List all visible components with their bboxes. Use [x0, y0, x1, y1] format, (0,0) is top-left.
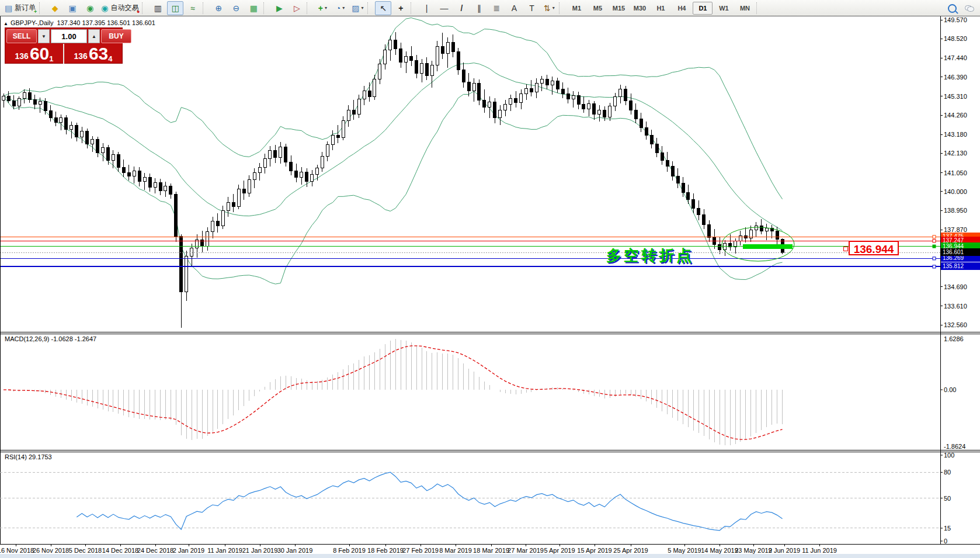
date-axis-label: 5 Apr 2019	[544, 547, 575, 554]
date-axis-label: 15 Apr 2019	[577, 547, 611, 554]
rsi-axis-label: 100	[944, 452, 980, 459]
equidistant-channel-button[interactable]: ∥	[471, 1, 487, 15]
date-axis-label: 23 May 2019	[735, 547, 772, 554]
rsi-axis-label: 0	[944, 538, 980, 545]
line-handle[interactable]	[933, 235, 936, 238]
date-axis-label: 14 Dec 2018	[102, 547, 138, 554]
support-bar-annotation[interactable]	[743, 244, 793, 249]
date-axis-label: 24 Dec 2018	[137, 547, 173, 554]
timeframe-w1[interactable]: W1	[714, 2, 734, 15]
timeframe-m15[interactable]: M15	[609, 2, 628, 15]
line-handle[interactable]	[933, 245, 936, 248]
periods-button[interactable]: ◔▾	[332, 1, 348, 15]
zoom-out-button[interactable]: ⊖	[228, 1, 244, 15]
date-axis-label: 25 Apr 2019	[613, 547, 648, 554]
date-axis-label: 8 Mar 2019	[439, 547, 472, 554]
search-icon[interactable]	[948, 4, 957, 13]
rsi-indicator-label: RSI(14) 29.1753	[5, 453, 52, 460]
candlestick-chart-button[interactable]: ◫	[167, 1, 183, 15]
crosshair-button[interactable]: +	[392, 1, 409, 15]
new-chart-icon[interactable]: ◆	[47, 1, 63, 15]
cursor-button[interactable]: ↖	[375, 1, 391, 15]
trendline-button[interactable]: /	[453, 1, 470, 15]
price-axis-label: 140.000	[944, 188, 980, 195]
toolbar-separator	[39, 2, 44, 14]
buy-price[interactable]: 136634	[64, 44, 122, 64]
date-axis-label: 11 Jan 2019	[207, 547, 242, 554]
date-axis-label: 27 Mar 2019	[508, 547, 544, 554]
price-axis-label: 148.520	[944, 35, 980, 42]
price-axis-label: 146.390	[944, 74, 980, 81]
date-axis-label: 2 Jun 2019	[769, 547, 800, 554]
timeframe-m1[interactable]: M1	[567, 2, 586, 15]
timeframe-m30[interactable]: M30	[630, 2, 649, 15]
price-axis-label: 149.570	[944, 16, 980, 23]
toolbar-separator	[411, 2, 415, 14]
buy-button[interactable]: BUY	[101, 29, 131, 43]
rsi-axis-label: 80	[944, 469, 980, 476]
timeframe-d1[interactable]: D1	[693, 2, 713, 15]
auto-scroll-button[interactable]: ▶	[271, 1, 287, 15]
chart-shift-button[interactable]: ▷	[289, 1, 305, 15]
date-axis-label: 18 Feb 2019	[367, 547, 404, 554]
price-axis-label: 134.690	[944, 283, 980, 290]
price-tag-handle[interactable]	[843, 247, 848, 251]
volume-decrease-button[interactable]: ▼	[38, 29, 50, 43]
arrows-button[interactable]: ⇅▾	[541, 1, 557, 15]
timeframe-h4[interactable]: H4	[672, 2, 691, 15]
chat-icon[interactable]	[965, 5, 974, 12]
horizontal-line-button[interactable]: —	[436, 1, 452, 15]
line-chart-button[interactable]: ≈	[185, 1, 201, 15]
symbol-period-label: GBPJPY-,Daily	[11, 19, 54, 26]
date-axis-label: 18 Mar 2019	[473, 547, 509, 554]
toolbar-separator	[142, 2, 147, 14]
sell-price[interactable]: 136601	[5, 44, 63, 64]
templates-button[interactable]: ▨▾	[349, 1, 366, 15]
toolbar-separator	[367, 2, 372, 14]
date-axis-label: 14 May 2019	[701, 547, 738, 554]
profiles-icon[interactable]: ▣	[64, 1, 81, 15]
volume-increase-button[interactable]: ▲	[88, 29, 100, 43]
status-strip	[0, 554, 980, 558]
price-chart[interactable]	[0, 16, 980, 554]
timeframe-m5[interactable]: M5	[588, 2, 607, 15]
line-handle[interactable]	[933, 257, 936, 260]
toolbar-separator	[203, 2, 207, 14]
date-axis-label: 30 Jan 2019	[277, 547, 313, 554]
timeframe-h1[interactable]: H1	[651, 2, 670, 15]
toolbar-separator	[307, 2, 311, 14]
line-handle[interactable]	[933, 240, 936, 242]
turning-point-annotation[interactable]: 多空转折点	[606, 245, 694, 266]
price-tag-annotation[interactable]: 136.944	[849, 241, 899, 255]
volume-input[interactable]	[51, 29, 87, 43]
toolbar: ▤+新订单◆▣◉◉●自动交易▥◫≈⊕⊖▦▶▷+▾◔▾▨▾↖+|—/∥≣AT⇅▾M…	[0, 0, 980, 16]
price-axis-label: 137.870	[944, 226, 980, 233]
autotrading-button[interactable]: ◉●自动交易	[99, 1, 140, 15]
bar-chart-button[interactable]: ▥	[150, 1, 166, 15]
signals-icon[interactable]: ◉	[82, 1, 98, 15]
chart-window: ▲GBPJPY-,Daily 137.340 137.395 136.501 1…	[0, 16, 980, 554]
one-click-trading-panel: SELL ▼ ▲ BUY 136601 136634	[5, 27, 123, 64]
tile-windows-button[interactable]: ▦	[245, 1, 262, 15]
indicators-button[interactable]: +▾	[314, 1, 331, 15]
line-handle[interactable]	[933, 265, 936, 268]
price-axis-label: 144.260	[944, 112, 980, 119]
date-axis-label: 8 Feb 2019	[333, 547, 366, 554]
fibonacci-button[interactable]: ≣	[488, 1, 505, 15]
text-button[interactable]: A	[506, 1, 522, 15]
date-axis-label: 26 Nov 2018	[33, 547, 69, 554]
text-label-button[interactable]: T	[523, 1, 540, 15]
price-axis-label: 143.180	[944, 131, 980, 138]
timeframe-mn[interactable]: MN	[735, 2, 755, 15]
price-axis-label: 132.560	[944, 321, 980, 328]
collapse-panel-icon[interactable]: ▲	[4, 21, 8, 26]
new-order-button[interactable]: ▤+新订单	[3, 1, 37, 15]
sell-button[interactable]: SELL	[6, 29, 37, 43]
chart-ohlc-header: ▲GBPJPY-,Daily 137.340 137.395 136.501 1…	[4, 19, 155, 26]
zoom-in-button[interactable]: ⊕	[210, 1, 227, 15]
vertical-line-button[interactable]: |	[418, 1, 435, 15]
rsi-pane	[77, 472, 782, 531]
rsi-axis-label: 50	[944, 495, 980, 502]
price-axis-label: 133.610	[944, 303, 980, 310]
date-axis-label: 27 Feb 2019	[402, 547, 439, 554]
